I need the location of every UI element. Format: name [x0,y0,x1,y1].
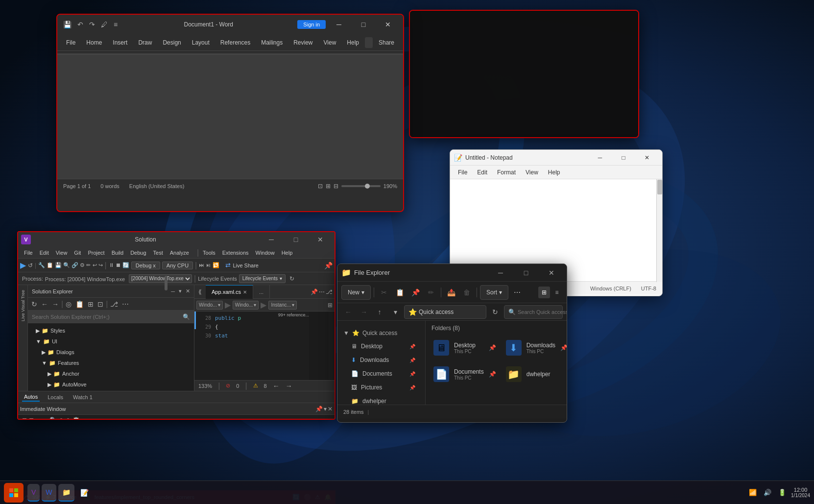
fe-item-dwhelper[interactable]: 📁 dwhelper [502,362,567,386]
word-close-button[interactable]: ✕ [377,17,399,32]
word-menu-help[interactable]: Help [342,37,364,48]
fe-nav-downloads[interactable]: ⬇ Downloads 📌 [337,353,425,367]
tree-item-styles[interactable]: ▶ 📁 Styles [28,325,194,336]
vs-tab-overflow-icon[interactable]: ⟪ [194,288,206,295]
word-menu-design[interactable]: Design [158,37,186,48]
fe-nav-desktop[interactable]: 🖥 Desktop 📌 [337,339,425,353]
vs-sol-props-icon[interactable]: 📋 [74,299,85,309]
notepad-menu-format[interactable]: Format [493,168,520,177]
fe-item-desktop[interactable]: 🖥 Desktop This PC 📌 [430,336,500,360]
vs-toolbar-pin-icon[interactable]: 📌 [324,262,333,269]
vs-menu-extensions[interactable]: Extensions [219,249,252,257]
word-menu-insert[interactable]: Insert [108,37,132,48]
vs-tab-autos[interactable]: Autos [22,393,40,402]
vs-imm-icon8[interactable]: 📋 [72,417,80,420]
notepad-menu-file[interactable]: File [454,168,471,177]
word-menu-draw[interactable]: Draw [133,37,157,48]
vs-solution-search[interactable]: 🔍 [28,311,194,323]
fe-maximize-button[interactable]: □ [515,265,537,280]
vs-toolbar-icon1[interactable]: ↺ [28,262,33,269]
tree-item-anchor[interactable]: ▶ 📁 Anchor [28,368,194,379]
word-menu-view[interactable]: View [319,37,341,48]
vs-menu-tools[interactable]: Tools [200,249,218,257]
vs-imm-icon5[interactable]: 🔍 [49,417,57,420]
word-search-box[interactable] [365,37,373,48]
vs-nav-dropdown1[interactable]: Windo...▾ [196,301,223,310]
taskbar-notepad-item[interactable]: 📝 [76,484,93,502]
taskbar-word-item[interactable]: W [42,484,56,502]
vs-sol-back-icon[interactable]: ← [40,299,49,309]
taskbar-battery-icon[interactable]: 🔋 [776,487,788,498]
word-menu-layout[interactable]: Layout [187,37,215,48]
vs-code-more-icon[interactable]: ⋯ [319,288,325,295]
word-share-button[interactable]: Share [374,37,399,48]
word-redo-icon[interactable]: ↷ [87,20,97,29]
vs-sol-track-icon[interactable]: ◎ [64,299,73,309]
vs-code-body[interactable]: 99+ reference... 28 public p 29 { 30 sta… [194,312,335,380]
vs-code-scrollbar[interactable] [329,312,335,380]
vs-menu-git[interactable]: Git [71,249,84,257]
vs-imm-icon9[interactable]: ✏ [82,417,87,420]
word-view-icon1[interactable]: ⊡ [318,183,323,190]
notepad-menu-view[interactable]: View [522,168,542,177]
vs-process-dropdown[interactable]: [20004] WindowTop.exe [129,274,192,283]
vs-nav-left-icon[interactable]: ← [273,382,280,390]
fe-search-box[interactable]: 🔍 [504,305,563,319]
vs-tab-second[interactable]: ... [253,285,270,299]
vs-close-button[interactable]: ✕ [309,232,332,247]
vs-solution-search-input[interactable] [32,314,183,320]
tree-item-highlighterbox[interactable]: ▼ 📁 HighlighterBox [28,390,194,391]
vs-solution-pin-icon[interactable]: ─ [171,288,175,294]
fe-address-field[interactable]: ⭐ Quick access [404,305,486,319]
vs-menu-analyze[interactable]: Analyze [167,249,192,257]
word-document-body[interactable] [57,55,403,179]
word-menu-file[interactable]: File [61,37,80,48]
vs-changes-tab-btn[interactable]: ⎇ [326,288,333,295]
tree-item-dialogs[interactable]: ▶ 📁 Dialogs [28,347,194,358]
word-signin-button[interactable]: Sign in [297,20,326,29]
vs-minimize-button[interactable]: ─ [260,232,283,247]
fe-more-button[interactable]: ⋯ [510,286,524,299]
fe-search-input[interactable] [518,309,567,315]
vs-imm-icon3[interactable]: ⇥ [36,417,41,420]
word-undo-icon[interactable]: ↶ [75,20,85,29]
vs-solution-close-icon[interactable]: ✕ [186,288,190,294]
vs-tab-close-icon[interactable]: ✕ [243,289,247,295]
tree-item-features[interactable]: ▼ 📁 Features [28,358,194,368]
vs-debug-config[interactable]: Debug x [131,262,160,269]
vs-menu-project[interactable]: Project [85,249,107,257]
fe-new-button[interactable]: New ▾ [341,285,371,300]
word-menu-mailings[interactable]: Mailings [256,37,287,48]
vs-sol-preview-icon[interactable]: ⊡ [96,299,105,309]
vs-lifecycle-dropdown[interactable]: Lifecycle Events ▾ [239,274,286,283]
vs-visual-tree-label[interactable]: Live Visual Tree [21,290,25,321]
vs-refresh-btn[interactable]: ↻ [289,275,294,282]
vs-sol-forward-icon[interactable]: → [50,299,60,309]
vs-menu-help[interactable]: Help [279,249,296,257]
vs-code-pin-icon[interactable]: 📌 [311,288,318,295]
vs-tab-locals[interactable]: Locals [46,393,65,401]
word-view-icon3[interactable]: ⊟ [334,183,338,190]
fe-item-downloads[interactable]: ⬇ Downloads This PC 📌 [502,336,567,360]
taskbar-sound-icon[interactable]: 🔊 [762,487,773,498]
fe-close-button[interactable]: ✕ [540,265,563,280]
vs-imm-icon6[interactable]: ⊗ [59,417,64,420]
vs-menu-file[interactable]: File [21,249,36,257]
vs-platform-config[interactable]: Any CPU [162,262,193,269]
word-customize-icon[interactable]: 🖊 [99,20,110,29]
vs-menu-window[interactable]: Window [253,249,278,257]
word-maximize-button[interactable]: □ [352,17,375,32]
tree-item-ui[interactable]: ▼ 📁 UI [28,336,194,347]
notepad-maximize-button[interactable]: □ [612,151,635,165]
vs-imm-dropdown-icon[interactable]: ▾ [324,406,327,412]
vs-menu-test[interactable]: Test [150,249,166,257]
notepad-scrollbar[interactable] [656,179,662,282]
notepad-close-button[interactable]: ✕ [636,151,658,165]
notepad-menu-help[interactable]: Help [544,168,564,177]
vs-menu-view[interactable]: View [53,249,71,257]
vs-nav-right-icon[interactable]: → [286,382,292,390]
word-minimize-button[interactable]: ─ [328,17,350,32]
word-more-icon[interactable]: ≡ [112,20,120,29]
taskbar-vs-item[interactable]: V [27,484,40,502]
vs-imm-icon2[interactable]: ⊡ [29,417,34,420]
